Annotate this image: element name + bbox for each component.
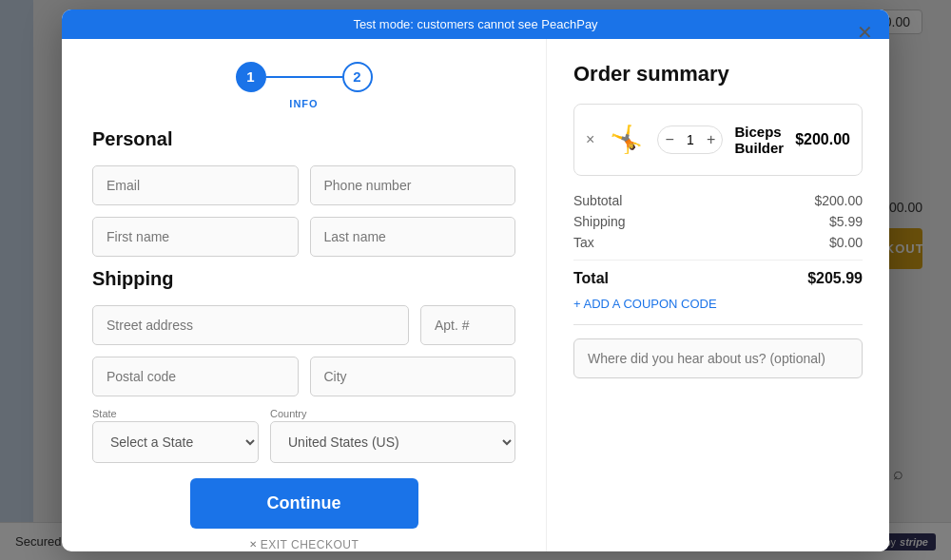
qty-increase-button[interactable]: + [700,126,723,153]
close-button[interactable]: ✕ [851,19,878,46]
checkout-modal: Test mode: customers cannot see PeachPay… [62,10,889,551]
exit-checkout[interactable]: ✕ EXIT CHECKOUT [92,538,515,551]
product-price: $200.00 [795,131,850,148]
product-name: Biceps Builder [734,124,784,156]
qty-decrease-button[interactable]: − [658,126,681,153]
phone-field[interactable] [310,165,516,205]
subtotal-row: Subtotal $200.00 [573,193,863,208]
personal-title: Personal [92,128,515,150]
shipping-row: Shipping $5.99 [573,214,863,229]
email-phone-row [92,165,515,205]
total-row: Total $205.99 [573,260,863,287]
lastname-field[interactable] [310,217,516,257]
continue-button[interactable]: Continue [190,478,418,529]
step-2: 2 [342,62,373,92]
country-select[interactable]: United States (US) [270,421,515,463]
product-remove-btn[interactable]: × [586,131,594,148]
name-row [92,217,515,257]
coupon-link[interactable]: + ADD A COUPON CODE [573,297,863,311]
firstname-field[interactable] [92,217,299,257]
product-image: 🤸 [606,116,646,164]
state-select[interactable]: Select a State [92,421,259,463]
state-wrapper: State Select a State [92,408,259,463]
left-panel: 1 2 INFO Personal [62,39,547,551]
tax-row: Tax $0.00 [573,235,863,250]
quantity-control: − 1 + [657,126,723,154]
shipping-title: Shipping [92,268,515,290]
coupon-divider [573,324,863,325]
referral-field[interactable] [573,338,863,378]
qty-value: 1 [681,132,700,147]
step-indicator: 1 2 [92,62,515,92]
postal-field[interactable] [92,357,299,396]
test-mode-banner: Test mode: customers cannot see PeachPay [62,10,889,39]
order-summary-title: Order summary [573,62,863,87]
postal-city-row [92,357,515,396]
product-card: × 🤸 − 1 + Biceps Builder $200.00 [573,104,863,176]
state-label: State [92,408,259,419]
country-wrapper: Country United States (US) [270,408,515,463]
email-field[interactable] [92,165,299,205]
street-field[interactable] [92,305,409,345]
step-label: INFO [92,98,515,109]
street-row [92,305,515,345]
right-panel: Order summary × 🤸 − 1 + Biceps Buil [547,39,889,551]
step-1: 1 [236,62,266,92]
city-field[interactable] [310,357,516,396]
apt-field[interactable] [420,305,515,345]
step-line [266,76,342,78]
country-label: Country [270,408,515,419]
state-country-row: State Select a State Country United Stat… [92,408,515,463]
